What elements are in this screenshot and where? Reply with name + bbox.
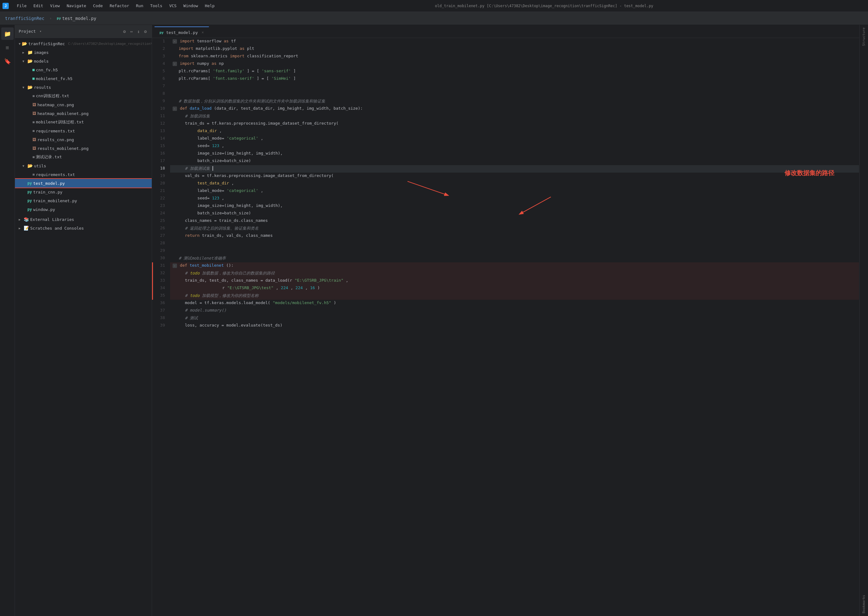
- line-num-9: 9: [153, 98, 170, 105]
- tree-item-images[interactable]: 📁 images: [15, 48, 152, 57]
- ext-libs-icon: 📚: [24, 217, 29, 222]
- activity-bookmark-icon[interactable]: 🔖: [1, 55, 14, 67]
- window-title: old_train_mobilenet.py [C:\Users\47382\D…: [223, 4, 865, 8]
- code-content-12[interactable]: train_ds = tf.keras.preprocessing.image_…: [170, 120, 859, 128]
- code-content-25[interactable]: class_names = train_ds.class_names: [170, 217, 859, 225]
- tree-item-models[interactable]: 📂 models: [15, 57, 152, 66]
- tab-test-model[interactable]: py test_model.py ×: [155, 27, 209, 38]
- code-content-16[interactable]: image_size=(img_height, img_width),: [170, 150, 859, 158]
- breadcrumb-project[interactable]: tranfficSignRec: [5, 16, 44, 21]
- menu-file[interactable]: File: [14, 2, 30, 9]
- code-content-31[interactable]: - def test_mobilenet ():: [170, 262, 859, 270]
- menu-window[interactable]: Window: [181, 2, 201, 9]
- code-content-14[interactable]: label_mode= 'categorical' ,: [170, 135, 859, 143]
- tree-item-train-cnn[interactable]: py train_cnn.py: [15, 188, 152, 196]
- fold-4[interactable]: -: [173, 62, 177, 66]
- code-content-29[interactable]: [170, 247, 859, 255]
- code-content-28[interactable]: [170, 240, 859, 247]
- code-content-11[interactable]: # 加载训练集: [170, 113, 859, 120]
- tree-item-results-cnn-png[interactable]: 🖼 results_cnn.png: [15, 135, 152, 144]
- code-content-35[interactable]: # todo 加载模型，修改为你的模型名称: [170, 292, 859, 300]
- tree-item-window-py[interactable]: py window.py: [15, 205, 152, 214]
- menu-view[interactable]: View: [47, 2, 63, 9]
- code-content-33[interactable]: train_ds, test_ds, class_names = data_lo…: [170, 277, 859, 285]
- code-content-36[interactable]: model = tf.keras.models.load_model( "mod…: [170, 300, 859, 307]
- panel-action-settings[interactable]: ⚙: [122, 28, 127, 35]
- right-sidebar-bookmarks[interactable]: Bookmarks: [862, 595, 866, 613]
- menu-edit[interactable]: Edit: [30, 2, 46, 9]
- code-content-10[interactable]: - def data_load (data_dir, test_data_dir…: [170, 105, 859, 113]
- code-editor[interactable]: 修改数据集的路径 1 - import tensorflow as tf: [152, 38, 859, 616]
- code-content-38[interactable]: # 测试: [170, 315, 859, 322]
- results-cnn-png-icon: 🖼: [32, 137, 36, 142]
- code-content-3[interactable]: from sklearn.metrics import classificati…: [170, 53, 859, 60]
- code-content-39[interactable]: loss, accuracy = model.evaluate(test_ds): [170, 322, 859, 330]
- code-content-2[interactable]: import matplotlib.pyplot as plt: [170, 46, 859, 53]
- code-content-19[interactable]: val_ds = tf.keras.preprocessing.image_da…: [170, 173, 859, 180]
- panel-action-collapse[interactable]: ↕: [136, 28, 141, 35]
- code-content-20[interactable]: test_data_dir ,: [170, 180, 859, 188]
- tree-item-results[interactable]: 📂 results: [15, 83, 152, 92]
- tree-root[interactable]: 📂 tranfficSignRec C:\Users\47382\Desktop…: [15, 39, 152, 48]
- code-line-14: 14 label_mode= 'categorical' ,: [153, 135, 859, 143]
- code-content-18[interactable]: # 加载测试集: [170, 165, 859, 173]
- activity-project-icon[interactable]: 📁: [1, 27, 14, 40]
- code-content-37[interactable]: # model.summary(): [170, 307, 859, 315]
- code-content-15[interactable]: seed= 123 ,: [170, 143, 859, 150]
- menu-code[interactable]: Code: [90, 2, 106, 9]
- code-content-22[interactable]: seed= 123 ,: [170, 195, 859, 203]
- code-content-9[interactable]: # 数据加载，分别从训练的数据集的文件夹和测试的文件夹中加载训练集和验证集: [170, 98, 859, 105]
- code-content-17[interactable]: batch_size=batch_size): [170, 158, 859, 165]
- right-sidebar-structure[interactable]: Structure: [862, 27, 866, 46]
- code-content-4[interactable]: - import numpy as np: [170, 60, 859, 68]
- tree-item-train-mobilenet[interactable]: py train_mobilenet.py: [15, 196, 152, 205]
- tree-item-test-records-txt[interactable]: ≡ 测试记录.txt: [15, 153, 152, 162]
- fold-10[interactable]: -: [173, 107, 177, 111]
- tree-item-heatmap-mobilenet-png[interactable]: 🖼 heatmap_mobilenet.png: [15, 109, 152, 118]
- code-content-27[interactable]: return train_ds, val_ds, class_names: [170, 233, 859, 240]
- code-line-32: 32 # todo 加载数据，修改为你自己的数据集的路径: [153, 270, 859, 277]
- tree-item-scratches[interactable]: 📝 Scratches and Consoles: [15, 224, 152, 233]
- code-content-24[interactable]: batch_size=batch_size): [170, 210, 859, 217]
- tree-item-external-libs[interactable]: 📚 External Libraries: [15, 215, 152, 224]
- code-content-5[interactable]: plt.rcParams[ 'font.family' ] = [ 'sans-…: [170, 68, 859, 75]
- fold-1[interactable]: -: [173, 39, 177, 44]
- menu-refactor[interactable]: Refactor: [107, 2, 132, 9]
- panel-action-expand[interactable]: ⇔: [129, 28, 134, 35]
- breadcrumb-file[interactable]: py test_model.py: [57, 16, 96, 21]
- line-num-20: 20: [153, 180, 170, 188]
- menu-run[interactable]: Run: [133, 2, 146, 9]
- code-content-23[interactable]: image_size=(img_height, img_width),: [170, 203, 859, 210]
- tab-close-button[interactable]: ×: [202, 30, 204, 35]
- code-content-6[interactable]: plt.rcParams[ 'font.sans-serif' ] = [ 'S…: [170, 75, 859, 83]
- code-content-21[interactable]: label_mode= 'categorical' ,: [170, 188, 859, 195]
- menu-tools[interactable]: Tools: [147, 2, 165, 9]
- menu-navigate[interactable]: Navigate: [64, 2, 89, 9]
- code-content-34[interactable]: r "E:\GTSRB_JPG\test" , 224 , 224 , 16 ): [170, 285, 859, 292]
- tree-item-mobilenet-h5[interactable]: ■ mobilenet_fv.h5: [15, 74, 152, 83]
- code-content-30[interactable]: # 测试mobilenet准确率: [170, 255, 859, 262]
- tree-item-cnn-h5[interactable]: ■ cnn_fv.h5: [15, 66, 152, 74]
- tree-item-utils[interactable]: 📂 utils: [15, 162, 152, 170]
- code-content-13[interactable]: data_dir ,: [170, 128, 859, 135]
- menu-help[interactable]: Help: [202, 2, 218, 9]
- code-content-8[interactable]: [170, 90, 859, 98]
- code-content-7[interactable]: [170, 83, 859, 90]
- line-num-23: 23: [153, 203, 170, 210]
- tree-item-cnn-txt[interactable]: ≡ cnn训练过程.txt: [15, 92, 152, 101]
- fold-31[interactable]: -: [173, 264, 177, 268]
- panel-dropdown[interactable]: ▾: [39, 29, 42, 33]
- line-num-25: 25: [153, 217, 170, 225]
- code-content-26[interactable]: # 返回处理之后的训练集、验证集和类名: [170, 225, 859, 233]
- code-content-1[interactable]: - import tensorflow as tf: [170, 38, 859, 46]
- panel-action-gear[interactable]: ⚙: [143, 28, 148, 35]
- tree-item-requirements-txt[interactable]: ≡ requirements.txt: [15, 127, 152, 135]
- code-content-32[interactable]: # todo 加载数据，修改为你自己的数据集的路径: [170, 270, 859, 277]
- tree-item-mobilenet-txt[interactable]: ≡ mobilenet训练过程.txt: [15, 118, 152, 127]
- tree-item-results-mobilenet-png[interactable]: 🖼 results_mobilenet.png: [15, 144, 152, 153]
- menu-vcs[interactable]: VCS: [166, 2, 179, 9]
- tree-item-utils-requirements[interactable]: ≡ requirements.txt: [15, 170, 152, 179]
- tree-item-test-model[interactable]: py test_model.py: [15, 179, 152, 188]
- tree-item-heatmap-cnn-png[interactable]: 🖼 heatmap_cnn.png: [15, 101, 152, 109]
- activity-structure-icon[interactable]: ≡: [1, 41, 14, 53]
